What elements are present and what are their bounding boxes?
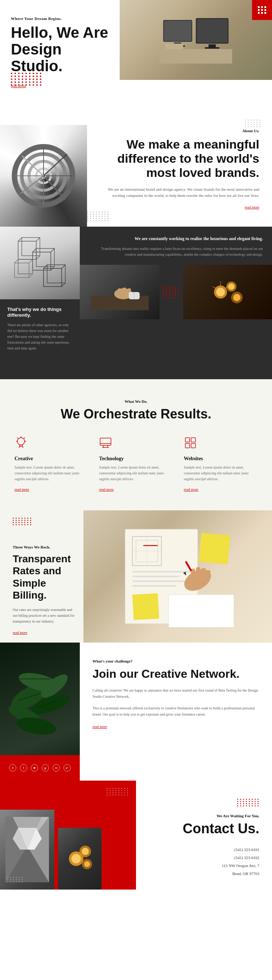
svg-rect-85 (201, 568, 206, 581)
svg-rect-61 (20, 445, 22, 446)
network-title: Join our Creative Network. (92, 667, 259, 681)
about-dots-right (245, 119, 261, 127)
hero-red-box (252, 0, 272, 20)
websites-read-link[interactable]: read more (184, 487, 198, 492)
svg-rect-89 (199, 533, 230, 565)
technology-name: Technology (99, 456, 172, 462)
contact-right: We Are Waiting For You. Contact Us. (541… (136, 781, 272, 889)
svg-line-31 (14, 259, 18, 263)
svg-line-53 (212, 286, 216, 288)
svg-rect-80 (132, 581, 187, 582)
svg-rect-72 (191, 444, 196, 448)
contact-phone-block: (541) 323-6101 (541) 323-6102 115 NW Ore… (149, 846, 259, 878)
svg-line-59 (17, 438, 18, 438)
rates-dots-top (13, 518, 32, 525)
hero-image-container (120, 0, 272, 110)
contact-dots-top (149, 799, 259, 807)
dark-left-col: That's why we do things differently. The… (0, 227, 80, 379)
contact-lamp-image (58, 828, 101, 889)
rates-left: Three Ways We Rock. Transparent Rates an… (0, 510, 84, 643)
rates-svg (114, 522, 241, 631)
googleplus-icon[interactable]: g+ (63, 764, 71, 772)
hero-monitor-svg (160, 16, 232, 64)
twitter-icon[interactable]: t (20, 764, 27, 772)
services-grid: Creative Sample text. Lorem ipsum dolor … (14, 436, 258, 492)
about-tag: About Us. (100, 129, 259, 133)
hero-red-dots (11, 73, 42, 86)
network-read-link[interactable]: read more (92, 725, 107, 729)
contact-dots-top-right (107, 788, 129, 795)
about-title: We make a meaningful difference to the w… (100, 137, 259, 180)
network-body2: This is a premium network offered exclus… (92, 705, 259, 718)
about-body: We are an international brand and design… (100, 186, 259, 199)
about-text: About Us. We make a meaningful differenc… (87, 110, 272, 227)
about-read-link[interactable]: read more (245, 205, 259, 209)
about-dots-gray (87, 212, 109, 221)
websites-name: Websites (184, 456, 258, 462)
dark-red-dots (160, 265, 183, 319)
rates-read-link[interactable]: read more (13, 631, 27, 635)
pinterest-icon[interactable]: p (42, 764, 49, 772)
svg-rect-78 (132, 571, 190, 573)
dark-bottom-body: There are plenty of other agencies, so w… (7, 322, 73, 351)
contact-address: 115 NW Oregon Ave, 7 (149, 862, 259, 870)
network-plant-image (0, 643, 80, 755)
svg-line-23 (36, 256, 40, 259)
svg-line-37 (62, 265, 65, 269)
service-websites: Websites Sample text. Lorem ipsum dolor … (184, 436, 258, 492)
svg-line-57 (24, 438, 25, 438)
dark-right-col: We are constantly working to realise the… (80, 227, 272, 379)
rates-text-content: Three Ways We Rock. Transparent Rates an… (13, 545, 76, 635)
svg-rect-41 (118, 288, 122, 296)
svg-rect-8 (160, 49, 232, 64)
svg-point-51 (233, 294, 240, 301)
svg-rect-90 (132, 593, 159, 620)
staircase-svg (7, 136, 80, 216)
plant-svg (7, 654, 73, 744)
svg-rect-19 (18, 241, 36, 259)
creative-body: Sample text. Lorem ipsum dolor sit amet,… (14, 465, 88, 482)
svg-rect-29 (14, 263, 29, 277)
hero-photo (120, 0, 272, 80)
hero-title: Hello, We Are Design Studio. (11, 24, 109, 75)
contact-left (0, 781, 136, 889)
contact-lamp-svg (63, 833, 96, 884)
svg-line-33 (29, 274, 33, 277)
contact-city: Bend, OR 97703 (149, 870, 259, 878)
creative-icon (14, 436, 88, 451)
dark-images-row (80, 265, 272, 319)
contact-tag: We Are Waiting For You. (149, 814, 259, 818)
svg-rect-1 (164, 21, 191, 41)
dark-middle-image (80, 265, 160, 319)
svg-line-63 (22, 446, 23, 448)
service-technology: Technology Sample text. Lorem ipsum dolo… (99, 436, 172, 492)
red-box-dots (258, 6, 267, 14)
svg-rect-71 (185, 444, 190, 448)
svg-point-47 (216, 288, 225, 296)
creative-name: Creative (14, 456, 88, 462)
svg-point-114 (82, 848, 89, 855)
network-body1: Calling all creatives! We are happy to a… (92, 687, 259, 700)
svg-rect-64 (100, 438, 111, 445)
rates-body: Our rates are surprisingly reasonable an… (13, 607, 76, 624)
creative-read-link[interactable]: read more (14, 487, 29, 492)
lamp-svg (210, 270, 246, 314)
youtube-icon[interactable]: ▶ (31, 764, 38, 772)
technology-icon (99, 436, 172, 451)
rates-tag: Three Ways We Rock. (13, 545, 76, 549)
svg-rect-6 (209, 44, 216, 47)
svg-line-38 (62, 283, 65, 286)
svg-line-27 (51, 248, 54, 252)
network-social-bar: f t ▶ p in g+ (0, 755, 80, 781)
svg-point-49 (228, 283, 235, 290)
dark-right-tag: We are constantly working to realise the… (91, 236, 263, 242)
technology-read-link[interactable]: read more (99, 487, 114, 492)
linkedin-icon[interactable]: in (52, 764, 60, 772)
rates-image (84, 510, 272, 643)
network-left: f t ▶ p in g+ (0, 643, 80, 781)
facebook-icon[interactable]: f (9, 764, 16, 772)
svg-point-55 (17, 438, 25, 445)
service-creative: Creative Sample text. Lorem ipsum dolor … (14, 436, 88, 492)
contact-dots-bottom-left (7, 877, 24, 882)
hero-section: Where Your Dream Begins. Hello, We Are D… (0, 0, 272, 110)
